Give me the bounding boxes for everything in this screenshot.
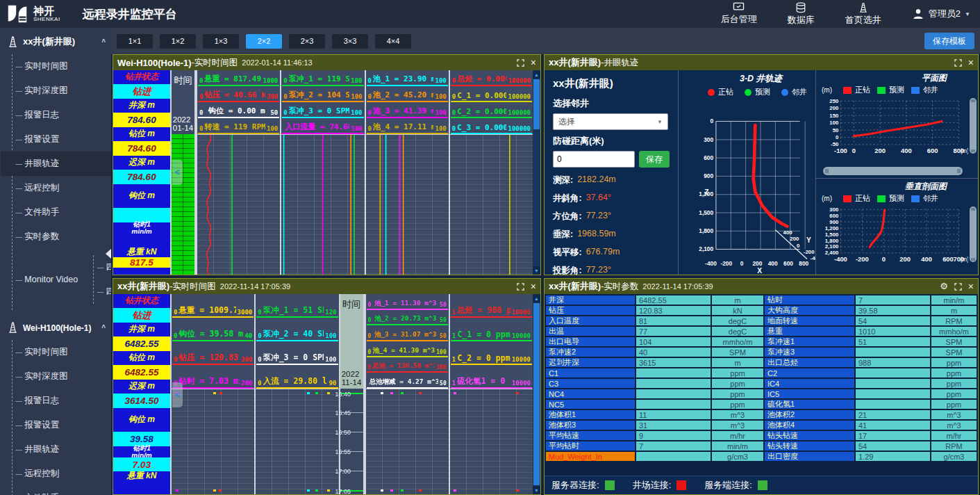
user-menu[interactable]: 管理员2 ▼: [912, 8, 970, 20]
scroll-up-icon[interactable]: ▲: [533, 294, 540, 302]
scroll-thumb[interactable]: [533, 79, 540, 129]
close-icon[interactable]: ×: [531, 282, 536, 291]
curve-min: 0: [368, 317, 372, 323]
chart-collapse-handle[interactable]: <: [172, 382, 183, 407]
sidebar-item[interactable]: 实时参数: [13, 225, 111, 249]
svg-text:Z: Z: [704, 189, 708, 197]
track-plot: [256, 389, 338, 494]
status-block: 迟深 m 784.60: [113, 156, 170, 184]
sidebar-item[interactable]: 实时时间图: [13, 340, 111, 364]
svg-text:-400: -400: [811, 255, 815, 261]
sidebar-subitem[interactable]: 四楼-3: [94, 255, 111, 279]
sidebar-item[interactable]: 远程控制: [13, 176, 111, 200]
param-unit: degC: [712, 327, 763, 336]
curve-name: 泵冲_3: [263, 352, 289, 362]
sidebar-item[interactable]: 文件助手: [13, 486, 111, 495]
sidebar-collapse-handle[interactable]: [106, 249, 111, 259]
vertical-scrollbar[interactable]: ▲ ▼: [533, 294, 540, 494]
close-icon[interactable]: ×: [968, 282, 974, 291]
save-template-button[interactable]: 保存模板: [924, 33, 974, 49]
user-avatar-icon: [912, 8, 924, 20]
param-label: C2: [765, 368, 854, 378]
expand-icon[interactable]: [954, 283, 962, 291]
curve-header: 入口流量 = 74.60 l/s 100: [282, 118, 363, 134]
neighbor-well-select[interactable]: 选择 ▼: [553, 113, 668, 130]
select-value: 选择: [558, 116, 575, 128]
sidebar-item[interactable]: 报警设置: [13, 127, 111, 152]
sidebar-item[interactable]: 报警日志: [13, 389, 111, 413]
param-label: 钻压: [546, 306, 635, 315]
layout-button[interactable]: 4×4: [375, 34, 411, 49]
chart-track: 0 总烃 = 0.0000 100000 0 C_1 = 0.0000 1000…: [449, 70, 533, 275]
sidebar-well-xx[interactable]: xx井(新井眼) ^: [0, 28, 111, 54]
logo-text-en: SHENKAI: [33, 16, 60, 22]
layout-button[interactable]: 3×3: [332, 34, 368, 49]
sidebar-item[interactable]: 井眼轨迹: [1, 152, 111, 176]
layout-button[interactable]: 2×3: [289, 34, 325, 49]
curve-name-value: 钻时 = 7.03 min/m: [178, 376, 240, 387]
expand-icon[interactable]: [954, 59, 962, 67]
sidebar-item[interactable]: 文件助手: [13, 200, 111, 225]
param-label: 迟到井深: [546, 358, 635, 367]
time-date: 11-14: [342, 378, 362, 387]
sidebar-item[interactable]: 实时深度图: [13, 79, 111, 103]
legend-label: 正钻: [855, 85, 870, 95]
layout-button[interactable]: 1×2: [160, 34, 196, 49]
curve-value: 988: [488, 305, 502, 315]
curve-unit: SPM: [317, 329, 324, 339]
sidebar-well-wei[interactable]: Wei-H100(Hole-1) ^: [0, 314, 111, 340]
save-button[interactable]: 保存: [639, 151, 670, 168]
layout-button[interactable]: 1×3: [203, 34, 239, 49]
nav-item-well-select[interactable]: 首页选井: [845, 2, 881, 26]
curve-unit: RPM: [252, 122, 265, 131]
close-icon[interactable]: ×: [968, 58, 974, 67]
sidebar-subitem[interactable]: 四楼-4: [94, 279, 111, 304]
anti-collision-input[interactable]: [553, 151, 635, 168]
curve-header: 0 悬重 = 1009.7 kN 3000: [172, 294, 254, 318]
sidebar-item[interactable]: 远程控制: [13, 462, 111, 486]
sidebar-item[interactable]: 实时深度图: [13, 364, 111, 389]
sidebar-item[interactable]: Monitor Video 四楼-3 四楼-4: [13, 249, 111, 310]
chevron-up-icon[interactable]: ^: [101, 324, 106, 332]
curve-name-value: 池_1 = 11.30 m^3: [372, 299, 438, 308]
param-value: 77: [636, 327, 711, 336]
layout-button[interactable]: 1×1: [117, 34, 153, 49]
curve-value: 0: [486, 330, 491, 339]
plan-view-card: 平面图 (m) 正钻 预测 邻井: [816, 70, 978, 179]
param-unit: SPM: [712, 348, 763, 357]
scroll-thumb[interactable]: [533, 303, 540, 485]
curve-max: 3000: [238, 309, 253, 316]
status-block: 悬重 kN 817.5: [113, 248, 170, 268]
scroll-down-icon[interactable]: ▼: [533, 266, 540, 275]
curve-name-value: 池_1 = 23.90 m^3: [373, 74, 434, 84]
curve-name-value: 泵冲_3 = 0 SPM: [263, 352, 324, 363]
horizontal-scrollbar[interactable]: [823, 167, 963, 175]
expand-icon[interactable]: [517, 283, 524, 291]
chevron-up-icon[interactable]: ^: [101, 38, 106, 46]
status-block: 迟深 m 3614.50: [113, 380, 170, 408]
svg-text:0: 0: [711, 117, 714, 124]
vertical-scrollbar[interactable]: [970, 98, 977, 154]
close-icon[interactable]: ×: [531, 58, 536, 67]
sidebar-item[interactable]: 实时时间图: [13, 54, 111, 79]
curve-unit: m^3: [424, 330, 436, 338]
legend-swatch: [843, 87, 852, 94]
nav-item-admin[interactable]: 后台管理: [721, 2, 757, 26]
sidebar-item[interactable]: 报警设置: [13, 413, 111, 437]
gear-icon[interactable]: ⚙: [940, 282, 948, 291]
expand-icon[interactable]: [517, 59, 524, 67]
curve-name: 总池: [372, 362, 385, 369]
vertical-scrollbar[interactable]: ▲ ▼: [533, 70, 540, 275]
curve-name: 池_1: [373, 74, 390, 83]
chart-collapse-handle[interactable]: <: [172, 160, 183, 185]
scroll-down-icon[interactable]: ▼: [533, 486, 540, 494]
param-unit: RPM: [931, 441, 977, 451]
svg-text:200: 200: [874, 147, 886, 154]
nav-item-database[interactable]: 数据库: [788, 2, 815, 26]
sidebar-item[interactable]: 井眼轨迹: [13, 437, 111, 462]
layout-button[interactable]: 2×2: [246, 34, 282, 49]
scroll-up-icon[interactable]: ▲: [533, 70, 540, 79]
svg-text:0: 0: [740, 260, 744, 267]
sidebar-item[interactable]: 报警日志: [13, 103, 111, 127]
vertical-scrollbar[interactable]: [970, 206, 977, 262]
